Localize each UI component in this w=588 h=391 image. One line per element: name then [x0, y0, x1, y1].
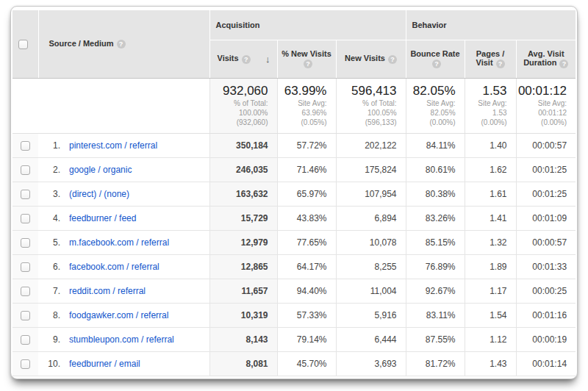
avg-duration-value: 00:01:16 — [516, 303, 576, 327]
new-visits-value: 10,078 — [336, 230, 406, 254]
header-group-row: Source / Medium? Acquisition Behavior — [12, 10, 576, 40]
row-checkbox-cell — [12, 303, 38, 327]
row-checkbox[interactable] — [21, 287, 30, 296]
row-index: 5. — [38, 237, 60, 248]
source-link[interactable]: feedburner / email — [69, 359, 140, 369]
source-medium-label: Source / Medium — [49, 39, 114, 48]
help-icon[interactable]: ? — [559, 60, 568, 68]
visits-value: 8,081 — [209, 351, 277, 376]
source-medium-header[interactable]: Source / Medium? — [38, 10, 209, 78]
pct-new-visits-value: 64.17% — [277, 254, 336, 279]
visits-column-header[interactable]: Visits? ↓ — [209, 40, 277, 78]
bounce-rate-value: 80.38% — [406, 182, 465, 206]
row-checkbox[interactable] — [21, 311, 30, 320]
help-icon[interactable]: ? — [242, 55, 251, 64]
new-visits-value: 3,693 — [336, 351, 406, 376]
row-checkbox-cell — [12, 254, 38, 279]
visits-value: 15,729 — [209, 206, 277, 230]
select-all-checkbox[interactable] — [18, 40, 28, 49]
new-visits-value: 5,916 — [336, 303, 406, 327]
pages-visit-column-header[interactable]: Pages / Visit? — [465, 40, 516, 78]
avg-duration-value: 00:01:14 — [516, 351, 576, 376]
row-checkbox-cell — [12, 206, 38, 230]
source-cell: 5.m.facebook.com / referral — [38, 230, 209, 254]
totals-pages-visit: 1.53 Site Avg: 1.53 (0.00%) — [465, 78, 516, 133]
pct-new-visits-value: 77.65% — [277, 230, 336, 254]
bounce-rate-value: 83.26% — [406, 206, 465, 230]
pages-visit-value: 1.62 — [465, 157, 516, 182]
sort-descending-icon[interactable]: ↓ — [265, 54, 270, 65]
table-row: 7.reddit.com / referral 11,657 94.40% 11… — [12, 279, 576, 303]
source-link[interactable]: pinterest.com / referral — [69, 140, 157, 151]
new-visits-value: 202,122 — [336, 133, 406, 157]
visits-value: 246,035 — [209, 157, 277, 182]
source-link[interactable]: feedburner / feed — [69, 213, 136, 223]
help-icon[interactable]: ? — [388, 55, 397, 64]
row-checkbox[interactable] — [21, 141, 30, 151]
group-acquisition-label: Acquisition — [216, 21, 260, 29]
help-icon[interactable]: ? — [432, 60, 441, 68]
row-index: 1. — [38, 140, 60, 151]
help-icon[interactable]: ? — [117, 40, 126, 49]
source-link[interactable]: (direct) / (none) — [69, 189, 129, 199]
source-cell: 6.facebook.com / referral — [38, 254, 209, 279]
totals-avg-duration: 00:01:12 Site Avg: 00:01:12 (0.00%) — [516, 78, 576, 133]
bounce-rate-label: Bounce Rate — [410, 49, 459, 58]
avg-duration-column-header[interactable]: Avg. Visit Duration? — [516, 40, 576, 78]
source-cell: 8.foodgawker.com / referral — [38, 303, 209, 327]
source-link[interactable]: reddit.com / referral — [69, 286, 146, 296]
row-checkbox-cell — [12, 279, 38, 303]
row-checkbox[interactable] — [21, 359, 30, 369]
visits-value: 11,657 — [209, 279, 277, 303]
table-row: 9.stumbleupon.com / referral 8,143 79.14… — [12, 327, 576, 351]
group-behavior-label: Behavior — [412, 21, 447, 29]
avg-duration-label: Avg. Visit Duration — [523, 49, 564, 67]
visits-label: Visits — [218, 54, 239, 62]
row-checkbox-cell — [12, 230, 38, 254]
row-checkbox[interactable] — [21, 214, 30, 223]
source-medium-table: Source / Medium? Acquisition Behavior Vi… — [12, 10, 576, 376]
help-icon[interactable]: ? — [304, 60, 312, 68]
source-cell: 1.pinterest.com / referral — [38, 133, 209, 157]
source-cell: 9.stumbleupon.com / referral — [38, 327, 209, 351]
pages-visit-value: 1.54 — [465, 303, 516, 327]
help-icon[interactable]: ? — [496, 60, 505, 68]
pct-new-visits-value: 94.40% — [277, 279, 336, 303]
visits-value: 163,632 — [209, 182, 277, 206]
bounce-rate-value: 81.72% — [406, 351, 465, 376]
new-visits-column-header[interactable]: New Visits? — [336, 40, 406, 78]
row-index: 3. — [38, 189, 60, 199]
bounce-rate-column-header[interactable]: Bounce Rate? — [406, 40, 465, 78]
new-visits-value: 6,444 — [336, 327, 406, 351]
row-checkbox[interactable] — [21, 335, 30, 345]
pages-visit-value: 1.17 — [465, 279, 516, 303]
row-checkbox[interactable] — [21, 165, 30, 175]
avg-duration-value: 00:00:25 — [516, 279, 576, 303]
avg-duration-value: 00:01:25 — [516, 182, 576, 206]
source-link[interactable]: google / organic — [69, 165, 132, 175]
totals-source-cell — [38, 78, 209, 133]
source-link[interactable]: foodgawker.com / referral — [69, 310, 168, 320]
source-link[interactable]: stumbleupon.com / referral — [69, 334, 174, 345]
source-link[interactable]: facebook.com / referral — [69, 262, 159, 272]
bounce-rate-value: 85.15% — [406, 230, 465, 254]
pct-new-visits-value: 43.83% — [277, 206, 336, 230]
source-cell: 10.feedburner / email — [38, 351, 209, 376]
bounce-rate-value: 87.55% — [406, 327, 465, 351]
avg-duration-value: 00:00:57 — [516, 133, 576, 157]
totals-pct-new-visits: 63.99% Site Avg: 63.96% (0.05%) — [277, 78, 336, 133]
table-row: 5.m.facebook.com / referral 12,979 77.65… — [12, 230, 576, 254]
pct-new-visits-column-header[interactable]: % New Visits? — [277, 40, 336, 78]
row-checkbox[interactable] — [21, 262, 30, 272]
source-cell: 7.reddit.com / referral — [38, 279, 209, 303]
row-index: 2. — [38, 165, 60, 175]
table-row: 6.facebook.com / referral 12,865 64.17% … — [12, 254, 576, 279]
row-index: 8. — [38, 310, 60, 320]
row-checkbox[interactable] — [21, 238, 30, 248]
row-checkbox[interactable] — [21, 190, 30, 199]
source-link[interactable]: m.facebook.com / referral — [69, 237, 169, 248]
source-cell: 4.feedburner / feed — [38, 206, 209, 230]
totals-checkbox-cell — [12, 78, 38, 133]
pages-visit-value: 1.32 — [465, 230, 516, 254]
new-visits-value: 11,004 — [336, 279, 406, 303]
